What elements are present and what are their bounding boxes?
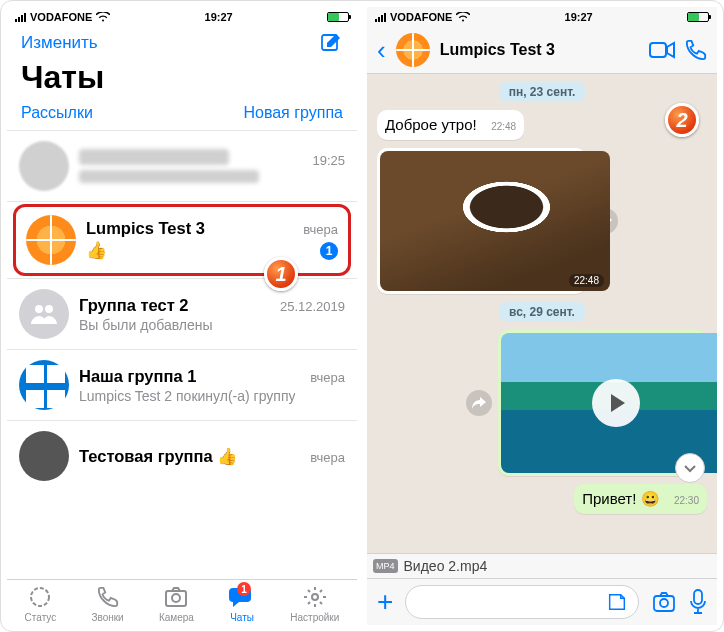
conversation-screen: VODAFONE 19:27 ‹ Lumpics Test 3 пн, 23 с… bbox=[367, 7, 717, 625]
camera-icon[interactable] bbox=[651, 591, 677, 613]
message-time: 22:48 bbox=[491, 121, 516, 132]
chat-time: вчера bbox=[303, 222, 338, 237]
chat-row[interactable]: 19:25 bbox=[7, 131, 357, 201]
chat-row[interactable]: Lumpics Test 3 вчера 👍 1 bbox=[22, 213, 342, 267]
coffee-image: 22:48 bbox=[380, 151, 610, 291]
svg-point-6 bbox=[312, 594, 318, 600]
chat-row[interactable]: Тестовая группа 👍 вчера bbox=[7, 421, 357, 483]
chat-time: 25.12.2019 bbox=[280, 299, 345, 314]
nav-bar: Изменить bbox=[7, 27, 357, 55]
tab-badge: 1 bbox=[237, 582, 251, 596]
tab-status[interactable]: Статус bbox=[25, 584, 57, 623]
carrier-label: VODAFONE bbox=[30, 11, 92, 23]
chats-screen: VODAFONE 19:27 Изменить Чаты Рассылки Но… bbox=[7, 7, 357, 625]
unread-badge: 1 bbox=[320, 242, 338, 260]
svg-point-2 bbox=[45, 305, 53, 313]
file-name: Видео 2.mp4 bbox=[404, 558, 488, 574]
phone-icon bbox=[95, 584, 121, 610]
svg-point-1 bbox=[35, 305, 43, 313]
group-avatar-icon bbox=[19, 289, 69, 339]
clock-label: 19:27 bbox=[205, 11, 233, 23]
scroll-to-bottom-button[interactable] bbox=[675, 453, 705, 483]
signal-icon bbox=[375, 13, 386, 22]
mic-icon[interactable] bbox=[689, 589, 707, 615]
chat-title[interactable]: Lumpics Test 3 bbox=[440, 41, 639, 59]
message-text: Привет! 😀 bbox=[582, 490, 659, 507]
messages-area[interactable]: пн, 23 сент. Доброе утро! 22:48 22:48 вс… bbox=[367, 74, 717, 553]
step-marker-2: 2 bbox=[665, 103, 699, 137]
svg-rect-7 bbox=[650, 43, 666, 57]
message-text: Доброе утро! bbox=[385, 116, 477, 133]
avatar bbox=[19, 141, 69, 191]
chat-preview: Lumpics Test 2 покинул(-а) группу bbox=[79, 388, 295, 404]
chat-name: Тестовая группа 👍 bbox=[79, 447, 238, 466]
svg-point-3 bbox=[31, 588, 49, 606]
play-icon[interactable] bbox=[592, 379, 640, 427]
date-separator: вс, 29 сент. bbox=[499, 302, 585, 322]
battery-icon bbox=[327, 12, 349, 22]
message-input[interactable] bbox=[405, 585, 639, 619]
video-message[interactable] bbox=[498, 330, 707, 476]
tab-bar: Статус Звонки Камера Чаты 1 Настройки bbox=[7, 579, 357, 625]
broadcasts-link[interactable]: Рассылки bbox=[21, 104, 93, 122]
attach-button[interactable]: + bbox=[377, 586, 393, 618]
date-separator: пн, 23 сент. bbox=[499, 82, 586, 102]
windows-avatar-icon bbox=[19, 360, 69, 410]
file-ext-badge: MP4 bbox=[373, 559, 398, 573]
highlighted-chat: Lumpics Test 3 вчера 👍 1 1 bbox=[13, 204, 351, 276]
chat-header: ‹ Lumpics Test 3 bbox=[367, 27, 717, 74]
message-time: 22:30 bbox=[674, 495, 699, 506]
attachment-row: MP4 Видео 2.mp4 bbox=[367, 553, 717, 578]
chat-name: Lumpics Test 3 bbox=[86, 219, 205, 238]
edit-button[interactable]: Изменить bbox=[21, 33, 98, 53]
input-bar: + bbox=[367, 578, 717, 625]
tab-chats[interactable]: Чаты 1 bbox=[229, 584, 255, 623]
wifi-icon bbox=[456, 12, 470, 22]
beach-video-thumb bbox=[501, 333, 717, 473]
chat-avatar-icon[interactable] bbox=[396, 33, 430, 67]
sticker-icon[interactable] bbox=[606, 591, 628, 613]
svg-rect-10 bbox=[694, 590, 702, 604]
status-bar: VODAFONE 19:27 bbox=[367, 7, 717, 27]
pc-avatar-icon bbox=[19, 431, 69, 481]
chat-row[interactable]: Группа тест 225.12.2019 Вы были добавлен… bbox=[7, 279, 357, 349]
chat-preview: Вы были добавлены bbox=[79, 317, 213, 333]
video-call-icon[interactable] bbox=[649, 41, 675, 59]
step-marker-1: 1 bbox=[264, 257, 298, 291]
back-button[interactable]: ‹ bbox=[377, 35, 386, 66]
signal-icon bbox=[15, 13, 26, 22]
battery-icon bbox=[687, 12, 709, 22]
chat-time: вчера bbox=[310, 450, 345, 465]
svg-point-5 bbox=[172, 594, 180, 602]
chat-preview: 👍 bbox=[86, 240, 107, 261]
page-title: Чаты bbox=[7, 55, 357, 104]
message-out[interactable]: Привет! 😀 22:30 bbox=[574, 484, 707, 514]
svg-point-9 bbox=[660, 599, 668, 607]
status-icon bbox=[27, 584, 53, 610]
voice-call-icon[interactable] bbox=[685, 39, 707, 61]
chat-name: Наша группа 1 bbox=[79, 367, 196, 386]
gear-icon bbox=[302, 584, 328, 610]
new-group-link[interactable]: Новая группа bbox=[243, 104, 343, 122]
forward-icon[interactable] bbox=[466, 390, 492, 416]
tab-camera[interactable]: Камера bbox=[159, 584, 194, 623]
camera-icon bbox=[163, 584, 189, 610]
message-in[interactable]: Доброе утро! 22:48 bbox=[377, 110, 524, 140]
message-time: 22:48 bbox=[569, 274, 604, 287]
compose-icon[interactable] bbox=[319, 31, 343, 55]
tab-calls[interactable]: Звонки bbox=[91, 584, 123, 623]
wifi-icon bbox=[96, 12, 110, 22]
avatar-orange-icon bbox=[26, 215, 76, 265]
tab-settings[interactable]: Настройки bbox=[290, 584, 339, 623]
status-bar: VODAFONE 19:27 bbox=[7, 7, 357, 27]
chat-row[interactable]: Наша группа 1вчера Lumpics Test 2 покину… bbox=[7, 350, 357, 420]
chat-name: Группа тест 2 bbox=[79, 296, 189, 315]
image-message[interactable]: 22:48 bbox=[377, 148, 586, 294]
chat-time: вчера bbox=[310, 370, 345, 385]
